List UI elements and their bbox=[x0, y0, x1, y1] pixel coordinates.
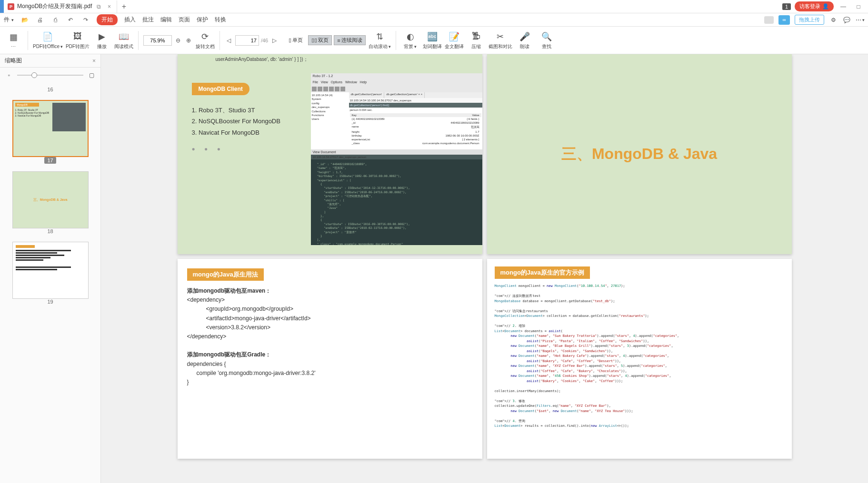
auto-scroll-icon: ⇅ bbox=[374, 31, 385, 42]
tab-title: MongoDB介绍及开发指南.pdf bbox=[17, 2, 92, 10]
section-heading: MongoDB Client bbox=[192, 83, 249, 95]
thumb-17[interactable]: MongoDB 1. Robo 3T, Studio 3T2. NoSQLBoo… bbox=[0, 100, 100, 166]
rotate-icon: ⟳ bbox=[200, 31, 211, 42]
word-translate-button[interactable]: 🔤 划词翻译 bbox=[423, 29, 442, 52]
thumb-size-slider[interactable] bbox=[17, 75, 83, 76]
read-aloud-button[interactable]: 🎤 朗读 bbox=[515, 29, 534, 52]
rotate-button[interactable]: ⟳ 旋转文档 bbox=[196, 29, 215, 52]
play-icon: ▶ bbox=[96, 31, 108, 42]
find-button[interactable]: 🔍 查找 bbox=[537, 29, 556, 52]
thumbnail-list[interactable]: 16 MongoDB 1. Robo 3T, Studio 3T2. NoSQL… bbox=[0, 83, 100, 483]
robo-tree: 10.100.14.54 (4) System config dev_super… bbox=[311, 92, 349, 149]
share-icon[interactable]: ∞ bbox=[778, 15, 790, 25]
translate-icon: 🔤 bbox=[427, 31, 438, 42]
client-item-3: 3. Navicat For MongoDB bbox=[192, 127, 306, 138]
minimize-icon[interactable]: — bbox=[838, 3, 849, 10]
thumb-19[interactable]: 19 bbox=[0, 242, 100, 306]
menubar: 件 📂 🖨 ⎙ ↶ ↷ 开始 插入 批注 编辑 页面 保护 转换 ∞ 拖拽上传 … bbox=[0, 13, 868, 27]
read-mode-icon: 📖 bbox=[118, 31, 130, 42]
toolbar: ▦ ⋯ 📄 PDF转Office 🖼 PDF转图片 ▶ 播放 📖 阅读模式 ⊖ … bbox=[0, 27, 868, 54]
duplicate-tab-icon[interactable]: ⧉ bbox=[95, 3, 102, 10]
save-icon[interactable]: 🖨 bbox=[36, 16, 44, 24]
app-accent bbox=[0, 0, 4, 13]
search-icon: 🔍 bbox=[541, 31, 552, 42]
robo3t-screenshot: Robo 3T - 1.2 FileViewOptionsWindowHelp … bbox=[311, 73, 482, 240]
pdf-to-image-button[interactable]: 🖼 PDF转图片 bbox=[66, 29, 90, 52]
robo-toolbar bbox=[311, 86, 482, 92]
full-translate-button[interactable]: 📝 全文翻译 bbox=[445, 29, 464, 52]
user-icon: 👤 bbox=[822, 3, 829, 10]
page-input[interactable] bbox=[235, 35, 259, 46]
zoom-input[interactable] bbox=[143, 35, 172, 46]
sidebar-title: 缩略图 bbox=[5, 57, 22, 65]
section-heading-19: mongo的Java原生用法 bbox=[187, 268, 264, 281]
thumb-small-icon[interactable]: ▫ bbox=[5, 71, 13, 79]
background-icon: ◐ bbox=[405, 31, 416, 42]
titlebar: P MongoDB介绍及开发指南.pdf ⧉ × + 1 访客登录 👤 — □ bbox=[0, 0, 868, 13]
document-viewport[interactable]: userAdminAnyDatabase', db: 'admin' } ] }… bbox=[101, 54, 868, 483]
document-tab[interactable]: P MongoDB介绍及开发指南.pdf ⧉ × bbox=[4, 0, 117, 13]
compress-button[interactable]: 🗜 压缩 bbox=[467, 29, 486, 52]
mic-icon: 🎤 bbox=[519, 31, 530, 42]
menu-protect[interactable]: 保护 bbox=[197, 16, 208, 24]
print-icon[interactable]: ⎙ bbox=[51, 16, 60, 24]
full-translate-icon: 📝 bbox=[449, 31, 460, 42]
redo-icon[interactable]: ↷ bbox=[81, 16, 90, 24]
sidebar-toolbar: ▫ ▢ bbox=[0, 68, 100, 83]
maximize-icon[interactable]: □ bbox=[853, 3, 864, 10]
feedback-icon[interactable]: 💬 bbox=[842, 16, 851, 24]
single-page-button[interactable]: ▯ 单页 bbox=[285, 35, 306, 45]
add-tab-button[interactable]: + bbox=[117, 2, 130, 11]
java-code-sample: MongoClient mongoClient = new MongoClien… bbox=[495, 284, 784, 429]
code-snippet-top: userAdminAnyDatabase', db: 'admin' } ] }… bbox=[216, 56, 308, 63]
main-area: 缩略图 × ▫ ▢ 16 MongoDB 1. Robo 3T, Studio … bbox=[0, 54, 868, 483]
close-tab-icon[interactable]: × bbox=[105, 3, 113, 10]
undo-icon[interactable]: ↶ bbox=[66, 16, 75, 24]
zoom-in-icon[interactable]: ⊕ bbox=[184, 36, 193, 45]
pdf-to-office-button[interactable]: 📄 PDF转Office bbox=[33, 29, 63, 52]
notification-badge[interactable]: 1 bbox=[782, 3, 791, 10]
menu-page[interactable]: 页面 bbox=[179, 16, 190, 24]
page-17: userAdminAnyDatabase', db: 'admin' } ] }… bbox=[178, 54, 482, 254]
open-icon[interactable]: 📂 bbox=[20, 16, 29, 24]
page-19: mongo的Java原生用法 添加mongodb驱动包至maven： <depe… bbox=[178, 259, 482, 459]
sidebar-header: 缩略图 × bbox=[0, 54, 100, 68]
login-button[interactable]: 访客登录 👤 bbox=[795, 1, 834, 11]
client-item-2: 2. NoSQLBooster For MongoDB bbox=[192, 116, 306, 127]
background-button[interactable]: ◐ 背景 bbox=[401, 29, 420, 52]
zoom-out-icon[interactable]: ⊖ bbox=[174, 36, 182, 45]
more-icon[interactable]: ⋯ bbox=[856, 16, 864, 24]
read-mode-button[interactable]: 📖 阅读模式 bbox=[114, 29, 133, 52]
menu-annotate[interactable]: 批注 bbox=[142, 16, 154, 24]
chapter-title: 三、MongoDB & Java bbox=[561, 144, 717, 165]
double-page-button[interactable]: ▯▯ 双页 bbox=[308, 35, 332, 45]
robo-menu: FileViewOptionsWindowHelp bbox=[311, 80, 482, 86]
section-heading-20: mongo的Java原生的官方示例 bbox=[495, 266, 590, 279]
thumb-18[interactable]: 三、MongoDB & Java 18 bbox=[0, 171, 100, 236]
auto-scroll-button[interactable]: ⇅ 自动滚动 bbox=[369, 29, 391, 52]
close-sidebar-icon[interactable]: × bbox=[92, 58, 96, 64]
menu-convert[interactable]: 转换 bbox=[215, 16, 226, 24]
settings-icon[interactable]: ⚙ bbox=[829, 16, 838, 24]
thumb-16[interactable]: 16 bbox=[0, 87, 100, 94]
pdf-icon: P bbox=[8, 3, 14, 10]
menu-file[interactable]: 件 bbox=[4, 16, 14, 24]
upload-button[interactable]: 拖拽上传 bbox=[795, 15, 824, 25]
client-item-1: 1. Robo 3T、Studio 3T bbox=[192, 105, 306, 116]
cloud-sync-icon[interactable] bbox=[764, 16, 774, 24]
page-20: mongo的Java原生的官方示例 MongoClient mongoClien… bbox=[487, 259, 792, 459]
menu-edit[interactable]: 编辑 bbox=[160, 16, 172, 24]
next-page-icon[interactable]: ▷ bbox=[270, 36, 279, 45]
thumbnail-sidebar: 缩略图 × ▫ ▢ 16 MongoDB 1. Robo 3T, Studio … bbox=[0, 54, 101, 483]
sidebar-toggle-button[interactable]: ▦ ⋯ bbox=[4, 29, 23, 52]
screenshot-icon: ✂ bbox=[495, 31, 506, 42]
menu-start[interactable]: 开始 bbox=[97, 14, 118, 25]
json-document: "_id" : "440402199910210089", "name" : "… bbox=[311, 159, 482, 245]
menu-insert[interactable]: 插入 bbox=[124, 16, 136, 24]
prev-page-icon[interactable]: ◁ bbox=[225, 36, 233, 45]
play-button[interactable]: ▶ 播放 bbox=[92, 29, 111, 52]
thumb-large-icon[interactable]: ▢ bbox=[87, 71, 96, 79]
screenshot-button[interactable]: ✂ 截图和对比 bbox=[489, 29, 512, 52]
continuous-button[interactable]: ≡ 连续阅读 bbox=[334, 35, 365, 45]
compress-icon: 🗜 bbox=[470, 31, 482, 42]
